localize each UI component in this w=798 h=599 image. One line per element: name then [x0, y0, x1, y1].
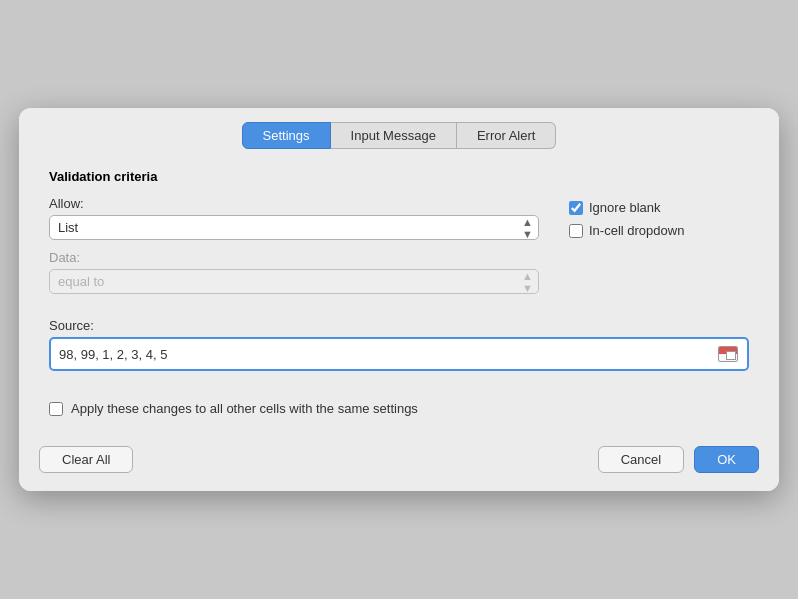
in-cell-dropdown-row: In-cell dropdown [569, 223, 749, 238]
data-row: Data: equal to ▲ ▼ [49, 250, 539, 294]
source-input-wrapper [49, 337, 749, 371]
tab-settings-label: Settings [263, 128, 310, 143]
cancel-button[interactable]: Cancel [598, 446, 684, 473]
data-select-wrapper: equal to ▲ ▼ [49, 269, 539, 294]
source-row: Source: [49, 318, 749, 371]
clear-all-button[interactable]: Clear All [39, 446, 133, 473]
tab-error-alert[interactable]: Error Alert [457, 122, 557, 149]
ignore-blank-checkbox[interactable] [569, 201, 583, 215]
allow-label: Allow: [49, 196, 539, 211]
source-label: Source: [49, 318, 749, 333]
tab-input-message-label: Input Message [351, 128, 436, 143]
dialog: Settings Input Message Error Alert Valid… [19, 108, 779, 491]
dialog-content: Validation criteria Allow: List ▲ ▼ [19, 149, 779, 432]
allow-select-wrapper: List ▲ ▼ [49, 215, 539, 240]
tab-bar: Settings Input Message Error Alert [19, 108, 779, 149]
data-select[interactable]: equal to [49, 269, 539, 294]
criteria-left: Allow: List ▲ ▼ Data: [49, 196, 539, 304]
in-cell-dropdown-checkbox[interactable] [569, 224, 583, 238]
tab-settings[interactable]: Settings [242, 122, 331, 149]
footer-right: Cancel OK [598, 446, 759, 473]
source-range-icon-inner [718, 346, 738, 362]
source-input[interactable] [59, 347, 717, 362]
footer: Clear All Cancel OK [19, 432, 779, 491]
source-range-icon[interactable] [717, 345, 739, 363]
data-label: Data: [49, 250, 539, 265]
section-title: Validation criteria [49, 169, 749, 184]
apply-changes-label: Apply these changes to all other cells w… [71, 401, 418, 416]
ignore-blank-row: Ignore blank [569, 200, 749, 215]
tab-error-alert-label: Error Alert [477, 128, 536, 143]
criteria-row: Allow: List ▲ ▼ Data: [49, 196, 749, 304]
ok-button[interactable]: OK [694, 446, 759, 473]
criteria-right: Ignore blank In-cell dropdown [569, 196, 749, 238]
apply-changes-checkbox[interactable] [49, 402, 63, 416]
allow-row: Allow: List ▲ ▼ [49, 196, 539, 240]
in-cell-dropdown-label: In-cell dropdown [589, 223, 684, 238]
tab-input-message[interactable]: Input Message [331, 122, 457, 149]
allow-select[interactable]: List [49, 215, 539, 240]
ignore-blank-label: Ignore blank [589, 200, 661, 215]
apply-row: Apply these changes to all other cells w… [49, 401, 749, 416]
